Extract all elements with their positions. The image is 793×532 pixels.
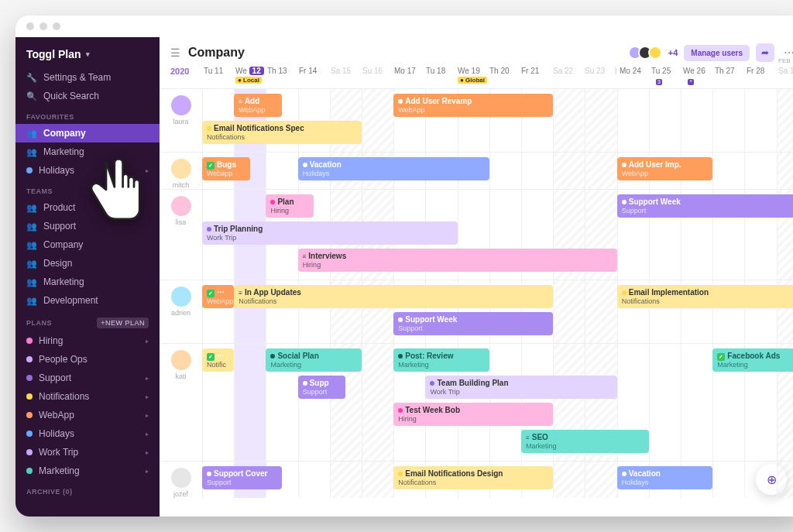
task-bar[interactable]: Support CoverSupport <box>202 466 282 489</box>
workspace-switcher[interactable]: Toggl Plan ▾ <box>15 43 160 68</box>
day-header[interactable]: Sa 22 <box>551 65 583 88</box>
traffic-light-close-icon[interactable] <box>26 22 34 30</box>
plan-dot-icon <box>26 375 33 381</box>
people-icon: 👥 <box>26 221 37 232</box>
avatar[interactable] <box>171 196 191 216</box>
sidebar-team-design[interactable]: 👥Design <box>15 254 160 273</box>
task-bar[interactable]: ≡In App UpdatesNotifications <box>234 285 553 308</box>
task-bar[interactable]: ≡InterviewsHiring <box>298 249 617 272</box>
task-bar[interactable]: VacationHolidays <box>298 157 489 180</box>
day-header[interactable]: Fr 14 <box>297 65 329 88</box>
dot-icon <box>207 126 211 131</box>
sidebar-settings[interactable]: 🔧 Settings & Team <box>15 68 160 87</box>
manage-users-button[interactable]: Manage users <box>684 45 750 61</box>
share-button[interactable]: ➦ <box>756 43 774 62</box>
plan-dot-icon <box>26 393 33 400</box>
timeline[interactable]: 1 DRAG TASKS FROM BOARD laura≡AddWebAppA… <box>160 88 793 517</box>
avatar[interactable] <box>171 95 191 115</box>
day-header[interactable]: Fr 21 <box>520 65 551 88</box>
new-plan-button[interactable]: +New Plan <box>97 317 149 328</box>
task-bar[interactable]: ✓PubNotific <box>202 348 234 372</box>
task-bar[interactable]: Test Week BobHiring <box>393 403 553 426</box>
avatar[interactable] <box>171 468 191 488</box>
sidebar-plan-marketing[interactable]: Marketing▸ <box>15 462 160 480</box>
task-bar[interactable]: ✓BugsWebApp <box>202 285 234 308</box>
avatar[interactable] <box>171 350 191 370</box>
task-bar[interactable]: ✓Facebook AdsMarketing <box>712 348 793 372</box>
task-bar[interactable]: Email ImplementationNotifications <box>617 285 793 308</box>
day-header[interactable]: We 12● Local <box>234 65 266 88</box>
traffic-light-max-icon[interactable] <box>53 22 60 30</box>
member-avatars[interactable] <box>632 46 662 60</box>
sidebar-item-label: Marketing <box>43 276 84 287</box>
sidebar-fav-marketing[interactable]: 👥Marketing <box>15 142 160 161</box>
day-header[interactable]: Th 13 <box>266 65 297 88</box>
day-header[interactable]: Th 27 <box>713 65 745 88</box>
sidebar-plan-hiring[interactable]: Hiring▸ <box>15 331 160 350</box>
sidebar-plan-webapp[interactable]: WebApp▸ <box>15 406 160 424</box>
chevron-right-icon: ▸ <box>146 431 149 438</box>
sidebar-team-company[interactable]: 👥Company <box>15 235 160 254</box>
sidebar-plan-work-trip[interactable]: Work Trip▸ <box>15 443 160 462</box>
people-icon: 👥 <box>26 277 37 287</box>
day-header[interactable]: Fr 28 <box>745 65 777 88</box>
sidebar-plan-people-ops[interactable]: People Ops <box>15 350 160 369</box>
sidebar-team-marketing[interactable]: 👥Marketing <box>15 273 160 291</box>
task-bar[interactable]: ≡SEOMarketing <box>521 430 649 453</box>
task-bar[interactable]: Support WeekSupport <box>393 312 553 335</box>
task-bar[interactable]: VacationHolidays <box>617 466 713 489</box>
task-bar[interactable]: Social PlanMarketing <box>266 348 362 372</box>
sidebar-item-label: Support <box>43 221 76 232</box>
day-header[interactable]: We 26* <box>681 65 713 88</box>
day-header[interactable]: Tu 18 <box>424 65 456 88</box>
user-row: laura≡AddWebAppAdd User RevampWebAppEmai… <box>160 88 793 152</box>
member-overflow-count[interactable]: +4 <box>668 48 678 57</box>
dot-icon <box>398 354 403 359</box>
dot-icon <box>622 290 627 295</box>
day-header[interactable]: We 19● Global <box>456 65 488 88</box>
dot-icon <box>430 381 434 386</box>
sidebar-team-development[interactable]: 👥Development <box>15 291 160 310</box>
task-bar[interactable]: Post: ReviewMarketing <box>393 348 489 372</box>
day-header[interactable]: Su 23 <box>583 65 615 88</box>
task-bar[interactable]: ✓BugsWebapp <box>202 157 250 180</box>
task-bar[interactable]: Add User Imp.WebApp <box>617 157 713 180</box>
page-title: Company <box>188 46 245 60</box>
task-bar[interactable]: Email Notifications SpecNotifications <box>202 121 362 144</box>
avatar[interactable] <box>171 159 191 179</box>
sidebar-fav-company[interactable]: 👥Company <box>15 124 160 142</box>
sidebar-plan-holidays[interactable]: Holidays▸ <box>15 424 160 443</box>
user-row: jozefSupport CoverSupportEmail Notificat… <box>160 461 793 498</box>
sidebar-item-label: Company <box>43 239 83 250</box>
dot-icon <box>303 381 307 386</box>
avatar[interactable] <box>171 287 191 307</box>
year-label[interactable]: 2020 <box>170 65 202 76</box>
sidebar-plan-support[interactable]: Support▸ <box>15 369 160 387</box>
task-bar[interactable]: Support WeekSupport <box>617 194 793 218</box>
user-row: lisaPlanHiringSupport WeekSupportTrip Pl… <box>160 189 793 280</box>
day-header[interactable]: Tu 253 <box>650 65 681 88</box>
user-name: lisa <box>176 218 187 226</box>
day-header[interactable]: Sa 15 <box>329 65 361 88</box>
task-bar[interactable]: SuppSupport <box>298 376 346 399</box>
task-bar[interactable]: Email Notifications DesignNotifications <box>393 466 553 489</box>
teams-heading: TEAMS <box>15 180 160 198</box>
sidebar-plan-notifications[interactable]: Notifications▸ <box>15 387 160 406</box>
sidebar-team-support[interactable]: 👥Support <box>15 217 160 235</box>
task-bar[interactable]: Trip PlanningWork Trip <box>202 221 458 245</box>
task-bar[interactable]: ≡AddWebApp <box>234 94 282 117</box>
task-bar[interactable]: Add User RevampWebApp <box>393 94 553 117</box>
sidebar-fav-holidays[interactable]: Holidays▸ <box>15 161 160 180</box>
day-header[interactable]: FEBSa 1 <box>777 65 793 88</box>
sidebar-quicksearch[interactable]: 🔍 Quick Search <box>15 87 160 105</box>
day-header[interactable]: Th 20 <box>488 65 520 88</box>
day-header[interactable]: Mo 17 <box>393 65 424 88</box>
day-header[interactable]: Tu 11 <box>202 65 234 88</box>
task-bar[interactable]: Team Building PlanWork Trip <box>425 376 616 399</box>
task-bar[interactable]: PlanHiring <box>266 194 314 218</box>
traffic-light-min-icon[interactable] <box>39 22 47 30</box>
day-header[interactable]: Mo 24 <box>618 65 650 88</box>
day-header[interactable]: Su 16 <box>361 65 393 88</box>
hamburger-icon[interactable]: ☰ <box>170 46 180 59</box>
sidebar-team-product[interactable]: 👥Product <box>15 198 160 217</box>
